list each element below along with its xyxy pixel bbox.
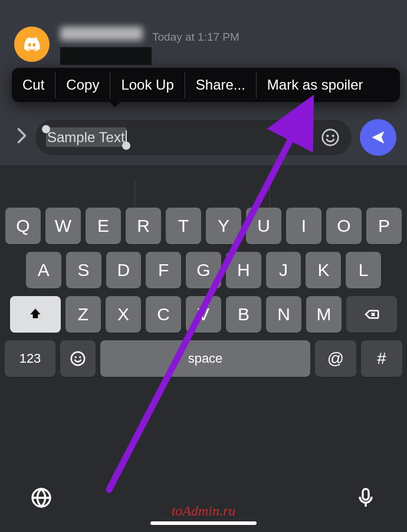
message-input[interactable]: Sample Text	[35, 120, 352, 155]
emoji-picker-button[interactable]	[321, 128, 340, 147]
hash-key[interactable]: #	[361, 340, 402, 377]
home-indicator[interactable]	[150, 521, 257, 525]
smile-icon	[321, 128, 340, 147]
context-copy[interactable]: Copy	[55, 68, 110, 102]
dictation-key[interactable]	[354, 486, 378, 512]
context-cut[interactable]: Cut	[12, 68, 55, 102]
key-e[interactable]: E	[86, 208, 121, 244]
key-c[interactable]: C	[146, 296, 181, 333]
key-i[interactable]: I	[286, 208, 321, 244]
key-d[interactable]: D	[106, 252, 142, 288]
backspace-key[interactable]	[346, 296, 397, 333]
svg-point-4	[75, 356, 77, 358]
send-icon	[370, 129, 386, 146]
backspace-icon	[363, 306, 380, 323]
svg-point-5	[79, 356, 81, 358]
key-f[interactable]: F	[146, 252, 181, 288]
key-b[interactable]: B	[226, 296, 261, 333]
svg-rect-7	[363, 489, 369, 500]
username-redacted	[60, 27, 143, 41]
smile-icon	[69, 350, 87, 367]
key-z[interactable]: Z	[65, 296, 101, 333]
message-input-text: Sample Text	[46, 127, 126, 147]
key-x[interactable]: X	[106, 296, 141, 333]
message-row: Today at 1:17 PM	[0, 27, 407, 65]
key-t[interactable]: T	[166, 208, 201, 244]
context-mark-spoiler[interactable]: Mark as spoiler	[257, 68, 374, 102]
message-timestamp: Today at 1:17 PM	[152, 31, 239, 44]
avatar[interactable]	[14, 27, 50, 62]
globe-key[interactable]	[29, 486, 53, 512]
space-key[interactable]: space	[100, 340, 310, 377]
emoji-keyboard-key[interactable]	[60, 340, 96, 377]
globe-icon	[29, 486, 53, 510]
keyboard-suggestion-bar[interactable]	[0, 172, 407, 208]
at-key[interactable]: @	[315, 340, 356, 377]
svg-point-3	[71, 352, 85, 366]
svg-point-2	[332, 134, 334, 137]
numbers-key[interactable]: 123	[5, 340, 55, 377]
discord-logo-icon	[21, 34, 42, 55]
ios-keyboard: QWERTYUIOP ASDFGHJKL ZXCVBNM 123 space @…	[0, 165, 407, 532]
shift-key[interactable]	[10, 296, 61, 333]
microphone-icon	[354, 486, 378, 510]
key-n[interactable]: N	[266, 296, 301, 333]
key-j[interactable]: J	[266, 252, 301, 288]
text-context-menu: Cut Copy Look Up Share... Mark as spoile…	[12, 68, 400, 102]
svg-point-1	[326, 134, 329, 137]
selection-handle-start[interactable]	[42, 125, 50, 133]
key-a[interactable]: A	[26, 252, 61, 288]
svg-point-0	[323, 130, 339, 146]
key-u[interactable]: U	[246, 208, 281, 244]
key-m[interactable]: M	[306, 296, 342, 333]
context-share[interactable]: Share...	[185, 68, 256, 102]
context-lookup[interactable]: Look Up	[110, 68, 184, 102]
key-v[interactable]: V	[186, 296, 221, 333]
shift-icon	[28, 307, 43, 322]
key-h[interactable]: H	[226, 252, 261, 288]
key-y[interactable]: Y	[206, 208, 241, 244]
key-g[interactable]: G	[186, 252, 221, 288]
chevron-right-icon	[17, 127, 27, 144]
key-s[interactable]: S	[66, 252, 101, 288]
key-r[interactable]: R	[126, 208, 161, 244]
selection-handle-end[interactable]	[122, 142, 130, 150]
key-q[interactable]: Q	[5, 208, 41, 244]
key-o[interactable]: O	[326, 208, 362, 244]
expand-input-button[interactable]	[17, 127, 27, 148]
key-l[interactable]: L	[346, 252, 381, 288]
key-p[interactable]: P	[366, 208, 402, 244]
key-w[interactable]: W	[45, 208, 81, 244]
send-button[interactable]	[360, 119, 396, 156]
message-body-redacted	[60, 47, 152, 65]
key-k[interactable]: K	[306, 252, 341, 288]
